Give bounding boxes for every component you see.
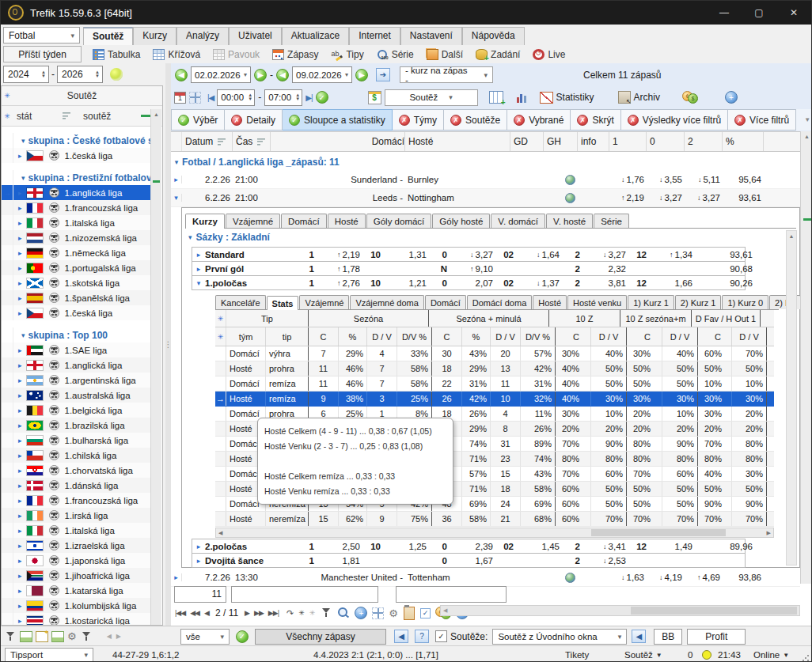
globe-icon[interactable]: [565, 573, 575, 583]
scroll-left-icon[interactable]: ◀: [218, 530, 222, 536]
bet-row[interactable]: ▸První gól1↑1,78N↑9,1022,3290,68: [192, 261, 746, 276]
stats-h-scrollbar[interactable]: ◀▶: [215, 528, 774, 538]
chevron-right-icon[interactable]: ▸: [18, 527, 22, 535]
filter-button[interactable]: ✗Skrýt: [571, 109, 620, 131]
toolbar-button[interactable]: Tipy: [326, 49, 368, 60]
stats-tab[interactable]: Vzájemné: [299, 295, 349, 309]
prev-date-icon[interactable]: ◀: [276, 69, 289, 81]
soutez-menu[interactable]: Soutěž▼: [624, 650, 662, 660]
menu-tab[interactable]: Nápověda: [462, 27, 525, 45]
scroll-right-icon[interactable]: ▶: [116, 633, 121, 640]
filter-button[interactable]: ✗Více filtrů: [728, 109, 796, 131]
add-circle-icon[interactable]: +: [725, 91, 738, 104]
asterisk-icon[interactable]: ✳: [298, 609, 305, 617]
league-item[interactable]: ▸1.anglická liga: [2, 357, 152, 373]
scroll-left-icon[interactable]: ◀: [107, 633, 112, 640]
stats-sub-header[interactable]: tým: [226, 327, 266, 346]
column-header[interactable]: 1: [609, 132, 647, 151]
scroll-up-icon[interactable]: ▲: [787, 231, 796, 241]
league-item[interactable]: ▸1.brazilská liga: [2, 418, 152, 433]
bet-row[interactable]: ▸Dvojitá šance11,8101,672↓2,53: [192, 553, 746, 568]
panel-icon[interactable]: [20, 631, 32, 642]
league-item[interactable]: ▸1.izraelská liga: [2, 538, 152, 553]
time-to-input[interactable]: 07:00▲▼: [264, 89, 302, 106]
toolbar-button[interactable]: Další: [422, 49, 468, 60]
league-item[interactable]: ▸1.katarská liga: [2, 583, 152, 598]
online-menu[interactable]: Online▼: [753, 650, 789, 660]
coins-icon[interactable]: [682, 91, 698, 104]
stats-sub-header[interactable]: D / V: [591, 327, 627, 346]
league-item[interactable]: ▸1.SAE liga: [2, 342, 152, 357]
league-item[interactable]: ▸1.argentinská liga: [2, 373, 152, 388]
fast-prev-icon[interactable]: ◀◀: [190, 609, 199, 617]
prev-record-icon[interactable]: ◀: [204, 609, 209, 617]
menu-tab[interactable]: Uživatel: [229, 27, 282, 45]
asterisk-icon[interactable]: ✳: [2, 112, 13, 120]
chevron-right-icon[interactable]: ▸: [18, 204, 22, 212]
skip-start-icon[interactable]: |◀: [207, 93, 214, 102]
zoom-add-icon[interactable]: +: [355, 607, 367, 619]
toolbar-button[interactable]: Série: [372, 49, 419, 60]
stats-tab[interactable]: Stats: [267, 296, 299, 310]
chevron-right-icon[interactable]: ▸: [18, 497, 22, 505]
scroll-up-icon[interactable]: ▲: [151, 109, 161, 119]
statistics-button[interactable]: Statistiky: [540, 92, 594, 104]
sport-select[interactable]: Fotbal ▾: [3, 27, 80, 44]
move-icon[interactable]: [372, 607, 384, 619]
filter-funnel-icon[interactable]: [4, 630, 17, 643]
filter-funnel-icon[interactable]: [320, 607, 332, 619]
match-list-scrollbar[interactable]: ▲: [800, 131, 812, 584]
clipboard-icon[interactable]: [404, 607, 415, 620]
stats-sub-header[interactable]: tip: [266, 327, 309, 346]
spinner-arrows-icon[interactable]: ▲▼: [95, 70, 102, 78]
competition-group-row[interactable]: ▾skupina : Prestižní fotbalové s: [2, 170, 152, 185]
expand-icon[interactable]: ▾: [192, 279, 205, 287]
stats-sub-header[interactable]: D/V %: [397, 327, 432, 346]
stats-row[interactable]: Domácíremíza1146%758%2231%1131%40%50%50%…: [215, 376, 774, 392]
count-input[interactable]: 11: [174, 586, 226, 603]
chevron-right-icon[interactable]: ▸: [18, 264, 22, 272]
apply-range-icon[interactable]: ➔: [376, 68, 390, 81]
stats-sub-header[interactable]: D / V: [367, 327, 397, 346]
league-item[interactable]: ▸1.německá liga: [2, 245, 152, 260]
stats-tab[interactable]: 1) Kurz 1: [628, 295, 674, 309]
league-item[interactable]: ▸1.jihoafrická liga: [2, 568, 152, 583]
chevron-right-icon[interactable]: ▸: [18, 482, 22, 490]
dropdown-icon[interactable]: ▼: [804, 116, 810, 123]
detail-tab[interactable]: Série: [594, 214, 629, 228]
tickets-link[interactable]: Tikety: [565, 650, 589, 660]
filter-input[interactable]: [231, 586, 378, 603]
chevron-right-icon[interactable]: ▸: [18, 361, 22, 369]
panel-icon[interactable]: [51, 631, 64, 642]
chevron-right-icon[interactable]: ▸: [18, 557, 22, 565]
filter-button[interactable]: ✗Soutěže: [444, 109, 507, 131]
archive-button[interactable]: Archiv: [618, 91, 660, 104]
filter-button[interactable]: ✗Vybrané: [507, 109, 571, 131]
column-header[interactable]: 2: [685, 132, 723, 151]
toolbar-button[interactable]: Zadání: [471, 49, 525, 60]
profit-button[interactable]: Profit: [687, 629, 746, 645]
detail-tab[interactable]: Hosté: [328, 214, 366, 228]
stats-sub-header[interactable]: D/V %: [521, 327, 556, 346]
money-icon[interactable]: $: [368, 91, 381, 104]
column-header[interactable]: Domácí: [271, 132, 405, 151]
chevron-right-icon[interactable]: ▸: [18, 422, 22, 429]
toolbar-button[interactable]: Zápasy: [268, 49, 323, 60]
chevron-right-icon[interactable]: ▸: [18, 452, 22, 460]
chevron-right-icon[interactable]: ▸: [18, 587, 22, 595]
league-item[interactable]: ▸1.španělská liga: [2, 290, 152, 305]
year-to-spinner[interactable]: 2026▲▼: [57, 66, 103, 83]
expand-icon[interactable]: ▸: [192, 251, 205, 259]
skip-end-icon[interactable]: ▶|: [305, 93, 312, 102]
league-item[interactable]: ▸1.bulharská liga: [2, 433, 152, 448]
souteze-checkbox[interactable]: ✓: [435, 630, 447, 642]
menu-tab[interactable]: Kurzy: [133, 27, 176, 45]
chevron-right-icon[interactable]: ▸: [18, 572, 22, 580]
league-item[interactable]: ▸1.francouzská liga: [2, 493, 152, 508]
checkbox-icon[interactable]: ✓: [420, 608, 431, 618]
close-button[interactable]: ✕: [776, 1, 811, 25]
chevron-right-icon[interactable]: ▸: [18, 467, 22, 475]
match-row[interactable]: ▾6.2.2621:00Leeds -Nottingham↑2,19↓3,27↓…: [171, 189, 800, 207]
chevron-down-icon[interactable]: ▾: [171, 158, 182, 166]
stats-sub-header[interactable]: D / V: [732, 327, 767, 346]
